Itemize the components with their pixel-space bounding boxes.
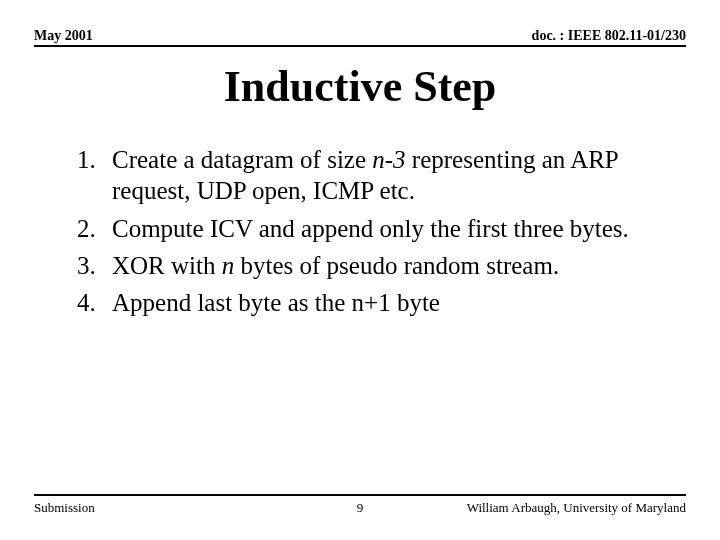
list-text: Create a datagram of size <box>112 146 372 173</box>
header-docref: doc. : IEEE 802.11-01/230 <box>532 28 686 44</box>
footer-rule <box>34 494 686 496</box>
list-item: XOR with n bytes of pseudo random stream… <box>102 250 676 281</box>
list-text: Append last byte as the n+1 byte <box>112 289 440 316</box>
page-title: Inductive Step <box>34 61 686 112</box>
list-item: Create a datagram of size n-3 representi… <box>102 144 676 207</box>
list-text: XOR with <box>112 252 222 279</box>
footer-bar: Submission 9 William Arbaugh, University… <box>34 500 686 516</box>
list-text: Compute ICV and append only the first th… <box>112 215 629 242</box>
var-n: n <box>222 252 235 279</box>
list-item: Append last byte as the n+1 byte <box>102 287 676 318</box>
header-date: May 2001 <box>34 28 93 44</box>
footer-page: 9 <box>34 500 686 516</box>
list-item: Compute ICV and append only the first th… <box>102 213 676 244</box>
slide: May 2001 doc. : IEEE 802.11-01/230 Induc… <box>0 0 720 540</box>
header-bar: May 2001 doc. : IEEE 802.11-01/230 <box>34 28 686 47</box>
list-text: bytes of pseudo random stream. <box>234 252 559 279</box>
var-n3: n-3 <box>372 146 405 173</box>
steps-list: Create a datagram of size n-3 representi… <box>34 144 686 318</box>
